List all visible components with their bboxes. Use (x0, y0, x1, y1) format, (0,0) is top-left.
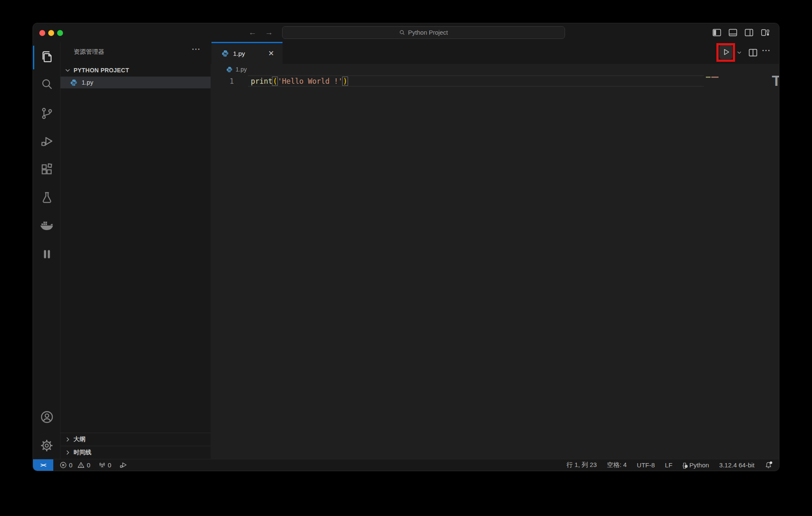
warning-icon (77, 461, 85, 469)
outline-pane-header[interactable]: 大纲 (60, 433, 211, 446)
sidebar-item-search[interactable] (33, 74, 60, 94)
editor-more-actions-icon[interactable]: ⋯ (762, 45, 771, 55)
status-bar: >< 0 0 (33, 459, 779, 471)
project-section-header[interactable]: PYTHON PROJECT (60, 64, 211, 76)
toggle-secondary-sidebar-icon[interactable] (744, 28, 754, 37)
run-python-file-button[interactable] (719, 45, 732, 59)
line-number: 1 (211, 77, 251, 85)
python-interpreter-status[interactable]: 3.12.4 64-bit (719, 461, 754, 469)
language-status-dot (685, 465, 688, 468)
code-text: print('Hello World !') (251, 77, 348, 85)
status-right: 行 1, 列 23 空格: 4 UTF-8 LF {} Python 3.12.… (566, 461, 772, 469)
language-mode-status[interactable]: {} Python (683, 461, 709, 469)
error-count: 0 (69, 461, 72, 469)
explorer-sidebar: 资源管理器 ⋯ PYTHON PROJECT 1.py 大纲 (60, 42, 211, 459)
error-icon (60, 461, 67, 469)
sidebar-title: 资源管理器 (74, 48, 104, 56)
project-section-label: PYTHON PROJECT (74, 67, 129, 74)
breadcrumb-file-label: 1.py (236, 66, 247, 73)
settings-button[interactable] (33, 435, 60, 456)
code-line-1: 1 print('Hello World !') (211, 75, 779, 87)
sidebar-bottom-panes: 大纲 时间线 (60, 433, 211, 459)
run-dropdown-chevron-icon[interactable] (736, 49, 742, 55)
split-editor-icon[interactable] (748, 48, 758, 58)
eol-status[interactable]: LF (665, 461, 672, 469)
sidebar-item-source-control[interactable] (33, 103, 60, 124)
encoding-status[interactable]: UTF-8 (637, 461, 655, 469)
source-control-icon (41, 107, 53, 120)
python-file-icon (226, 66, 233, 73)
tab-label: 1.py (233, 50, 245, 57)
customize-layout-icon[interactable] (760, 28, 770, 37)
sidebar-header: 资源管理器 ⋯ (60, 42, 211, 60)
search-icon (41, 78, 53, 91)
navigate-forward-icon[interactable]: → (264, 28, 274, 37)
tab-1py[interactable]: 1.py ✕ (211, 42, 283, 64)
file-tree-item-label: 1.py (82, 79, 93, 86)
chevron-down-icon (64, 67, 71, 74)
chevron-right-icon (64, 449, 71, 456)
timeline-pane-header[interactable]: 时间线 (60, 446, 211, 459)
cursor-position-status[interactable]: 行 1, 列 23 (566, 461, 597, 469)
sidebar-item-run-debug[interactable] (33, 131, 60, 151)
command-center-search[interactable]: Python Project (282, 26, 565, 39)
language-label: Python (689, 461, 709, 469)
ports-count: 0 (108, 461, 111, 469)
minimap-code-segment (711, 77, 719, 78)
account-icon (40, 410, 54, 424)
warning-count: 0 (87, 461, 90, 469)
outline-pane-label: 大纲 (74, 436, 85, 443)
zoom-window-button[interactable] (57, 30, 63, 36)
code-editor[interactable]: 1 print('Hello World !') T (211, 75, 779, 459)
notification-dot (770, 461, 772, 464)
beaker-icon (41, 191, 53, 204)
navigate-back-icon[interactable]: ← (248, 28, 257, 37)
cursor-overlay-letter: T (772, 72, 779, 89)
docker-icon (40, 219, 54, 233)
run-debug-icon (40, 134, 54, 148)
sidebar-item-testing[interactable] (33, 187, 60, 208)
breadcrumb[interactable]: 1.py (211, 64, 779, 75)
remote-icon: >< (40, 462, 46, 468)
editor-group: 1.py ✕ ⋯ 1.py (211, 42, 779, 459)
debug-alt-icon (119, 461, 127, 469)
search-icon (399, 30, 405, 36)
sidebar-more-actions-icon[interactable]: ⋯ (192, 44, 201, 54)
sidebar-item-extensions[interactable] (33, 159, 60, 180)
extensions-icon (41, 163, 53, 176)
sidebar-item-docker[interactable] (33, 216, 60, 236)
layout-controls (712, 28, 770, 37)
ports-indicator[interactable]: 0 (99, 461, 111, 469)
chevron-right-icon (64, 436, 71, 443)
tab-bar: 1.py ✕ ⋯ (211, 42, 779, 64)
activity-bar (33, 42, 60, 459)
file-tree-item-selected[interactable]: 1.py (60, 77, 211, 88)
gear-icon (40, 439, 53, 452)
braces-icon: {} (683, 461, 687, 469)
status-left: 0 0 0 (60, 461, 127, 469)
tab-close-icon[interactable]: ✕ (266, 49, 276, 58)
vscode-window: ← → Python Project (33, 23, 779, 471)
toggle-panel-icon[interactable] (728, 28, 738, 37)
remote-indicator[interactable]: >< (33, 459, 53, 471)
pause-icon (41, 249, 52, 260)
notifications-bell[interactable] (765, 461, 772, 469)
broadcast-icon (99, 461, 106, 469)
sidebar-item-pause-extension[interactable] (33, 244, 60, 264)
files-icon (41, 50, 53, 63)
title-bar: ← → Python Project (33, 23, 779, 42)
problems-indicator[interactable]: 0 0 (60, 461, 91, 469)
debug-indicator[interactable] (119, 461, 127, 469)
sidebar-item-explorer[interactable] (33, 47, 60, 67)
toggle-primary-sidebar-icon[interactable] (712, 28, 721, 37)
python-file-icon (70, 79, 77, 86)
minimap[interactable] (706, 77, 719, 78)
close-window-button[interactable] (39, 30, 45, 36)
minimize-window-button[interactable] (48, 30, 54, 36)
minimap-code-segment (706, 77, 710, 78)
python-file-icon (222, 50, 229, 57)
command-center-label: Python Project (408, 29, 448, 36)
indentation-status[interactable]: 空格: 4 (607, 461, 627, 469)
account-button[interactable] (33, 407, 60, 427)
play-icon (722, 48, 730, 56)
